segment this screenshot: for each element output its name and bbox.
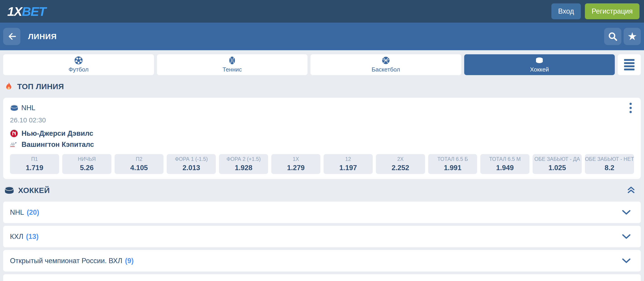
odd-button-2x[interactable]: 2X 2.252 [376,154,425,174]
match-head: NHL [10,101,634,114]
page-title: ЛИНИЯ [28,32,604,41]
tennis-icon [228,56,236,64]
fire-icon [4,81,14,92]
team-name: Вашингтон Кэпиталс [22,140,94,149]
sports-tabs: Футбол Теннис Баскетбол Хоккей [3,54,641,75]
hockey-puck-icon [10,104,18,112]
tab-label: Футбол [68,66,88,73]
register-button[interactable]: Регистрация [585,3,640,19]
odds-row: П1 1.719 НИЧЬЯ 5.26 П2 4.105 ФОРА 1 (-1.… [10,154,634,174]
tab-football[interactable]: Футбол [3,54,154,75]
chevron-down-icon [622,258,631,263]
auth-actions: Вход Регистрация [552,3,640,19]
search-icon [608,32,618,41]
app-root: 1XBET Вход Регистрация ЛИНИЯ ★ Футбол [0,0,644,281]
league-list: NHL (20) КХЛ (13) Открытый чемпионат Рос… [3,202,641,281]
football-icon [74,56,83,64]
basketball-icon [382,56,390,64]
back-button[interactable] [3,28,20,45]
tab-basketball[interactable]: Баскетбол [310,54,461,75]
odd-button-total-under[interactable]: ТОТАЛ 6.5 М 1.949 [480,154,530,174]
tab-label: Баскетбол [372,66,400,73]
odd-button-draw[interactable]: НИЧЬЯ 5.26 [62,154,112,174]
league-row-nhl[interactable]: NHL (20) [3,202,641,223]
match-datetime: 26.10 02:30 [10,116,634,124]
tab-label: Хоккей [530,66,549,73]
match-league-name: NHL [21,104,35,112]
match-menu-button[interactable] [627,101,634,114]
tab-hockey[interactable]: Хоккей [464,54,615,75]
match-card: NHL 26.10 02:30 Нью-Джерси Дэвилс Вашинг… [3,98,641,179]
match-league: NHL [10,104,35,112]
washington-capitals-logo [10,140,18,149]
team-row-home[interactable]: Нью-Джерси Дэвилс [10,129,634,138]
league-row-vhl[interactable]: Открытый чемпионат России. ВХЛ (9) [3,250,641,272]
back-arrow-icon [7,32,16,41]
hamburger-menu-icon [624,59,634,70]
hockey-section-header: ХОККЕЙ [0,179,644,202]
top-line-header: ТОП ЛИНИЯ [0,75,644,98]
hockey-section-title: ХОККЕЙ [18,186,626,195]
odd-button-p1[interactable]: П1 1.719 [10,154,59,174]
odd-button-handicap2[interactable]: ФОРА 2 (+1.5) 1.928 [219,154,268,174]
nav-bar: ЛИНИЯ ★ [0,23,644,50]
chevron-down-icon [622,234,631,239]
star-icon: ★ [627,31,637,42]
double-chevron-up-icon [627,186,636,194]
odd-button-handicap1[interactable]: ФОРА 1 (-1.5) 2.013 [167,154,216,174]
brand-logo[interactable]: 1XBET [7,4,46,19]
odd-button-p2[interactable]: П2 4.105 [114,154,164,174]
team-row-away[interactable]: Вашингтон Кэпиталс [10,140,634,149]
favorites-button[interactable]: ★ [624,28,641,45]
top-bar: 1XBET Вход Регистрация [0,0,644,23]
sports-menu-button[interactable] [618,54,641,75]
search-button[interactable] [604,28,621,45]
team-name: Нью-Джерси Дэвилс [22,129,93,138]
tab-tennis[interactable]: Теннис [157,54,308,75]
league-row-khl[interactable]: КХЛ (13) [3,226,641,247]
logo-1x: 1X [7,4,22,18]
match-teams: Нью-Джерси Дэвилс Вашингтон Кэпиталс [10,129,634,149]
odd-button-total-over[interactable]: ТОТАЛ 6.5 Б 1.991 [428,154,477,174]
odd-button-1x[interactable]: 1X 1.279 [271,154,320,174]
chevron-down-icon [622,210,631,215]
tab-label: Теннис [222,66,242,73]
new-jersey-devils-logo [10,129,18,138]
nav-actions: ★ [604,28,641,45]
top-line-title: ТОП ЛИНИЯ [17,82,640,91]
login-button[interactable]: Вход [552,3,581,19]
collapse-all-button[interactable] [626,184,637,196]
hockey-puck-icon [4,186,14,195]
league-row-mhl[interactable]: Открытый чемпионат России. МХЛ (5) [3,274,641,281]
kebab-menu-icon [630,103,632,105]
odd-button-12[interactable]: 12 1.197 [324,154,373,174]
hockey-puck-icon [535,56,544,64]
logo-bet: BET [22,4,46,18]
odd-button-both-score-no[interactable]: ОБЕ ЗАБЬЮТ - НЕТ 8.2 [585,154,634,174]
odd-button-both-score-yes[interactable]: ОБЕ ЗАБЬЮТ - ДА 1.025 [532,154,582,174]
